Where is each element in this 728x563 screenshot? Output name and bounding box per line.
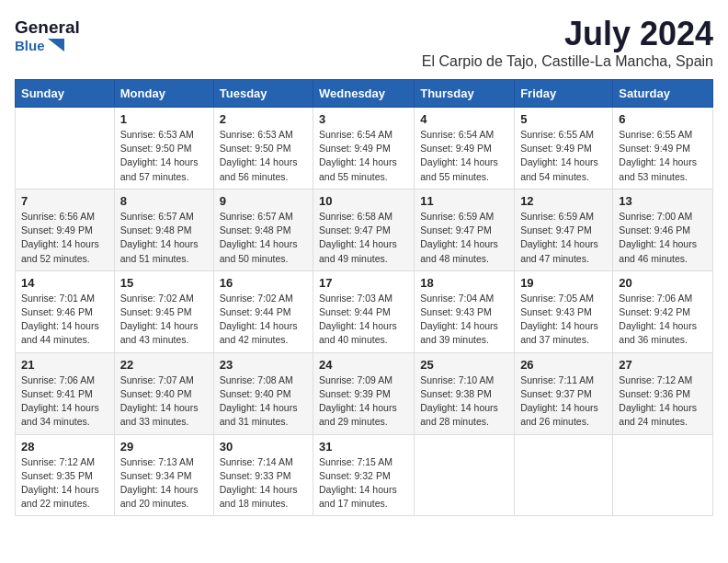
day-info: Sunrise: 7:02 AMSunset: 9:44 PMDaylight:… bbox=[220, 292, 307, 348]
day-number: 2 bbox=[220, 112, 307, 126]
calendar-cell: 10Sunrise: 6:58 AMSunset: 9:47 PMDayligh… bbox=[313, 189, 415, 270]
calendar-cell bbox=[415, 434, 515, 516]
weekday-header: Saturday bbox=[613, 80, 713, 108]
day-number: 18 bbox=[420, 276, 508, 290]
location-title: El Carpio de Tajo, Castille-La Mancha, S… bbox=[422, 53, 713, 70]
day-number: 16 bbox=[220, 276, 307, 290]
calendar-cell: 14Sunrise: 7:01 AMSunset: 9:46 PMDayligh… bbox=[16, 270, 115, 352]
calendar-cell: 21Sunrise: 7:06 AMSunset: 9:41 PMDayligh… bbox=[16, 352, 115, 434]
day-number: 5 bbox=[520, 112, 607, 126]
day-number: 1 bbox=[120, 112, 208, 126]
calendar-cell: 6Sunrise: 6:55 AMSunset: 9:49 PMDaylight… bbox=[613, 108, 713, 190]
day-number: 22 bbox=[120, 358, 208, 372]
logo-blue-row: Blue bbox=[15, 38, 64, 53]
day-info: Sunrise: 7:04 AMSunset: 9:43 PMDaylight:… bbox=[420, 292, 508, 348]
calendar-cell: 11Sunrise: 6:59 AMSunset: 9:47 PMDayligh… bbox=[415, 189, 515, 270]
calendar-cell: 13Sunrise: 7:00 AMSunset: 9:46 PMDayligh… bbox=[613, 189, 713, 270]
weekday-header: Wednesday bbox=[313, 80, 415, 108]
day-info: Sunrise: 7:13 AMSunset: 9:34 PMDaylight:… bbox=[120, 455, 208, 511]
day-info: Sunrise: 7:08 AMSunset: 9:40 PMDaylight:… bbox=[220, 373, 307, 430]
calendar-cell: 19Sunrise: 7:05 AMSunset: 9:43 PMDayligh… bbox=[515, 270, 613, 352]
logo-wrapper: General Blue bbox=[15, 15, 80, 53]
title-section: July 2024 El Carpio de Tajo, Castille-La… bbox=[422, 15, 713, 70]
day-number: 3 bbox=[319, 112, 408, 126]
day-number: 19 bbox=[520, 276, 607, 290]
calendar-header-row: SundayMondayTuesdayWednesdayThursdayFrid… bbox=[16, 80, 713, 108]
day-info: Sunrise: 7:11 AMSunset: 9:37 PMDaylight:… bbox=[520, 373, 607, 430]
calendar-cell: 9Sunrise: 6:57 AMSunset: 9:48 PMDaylight… bbox=[213, 189, 313, 270]
weekday-header: Friday bbox=[515, 80, 613, 108]
day-info: Sunrise: 7:12 AMSunset: 9:35 PMDaylight:… bbox=[21, 455, 108, 511]
day-number: 28 bbox=[21, 440, 108, 454]
logo-general-text: General bbox=[15, 18, 80, 38]
calendar-cell: 17Sunrise: 7:03 AMSunset: 9:44 PMDayligh… bbox=[313, 270, 415, 352]
calendar-cell: 24Sunrise: 7:09 AMSunset: 9:39 PMDayligh… bbox=[313, 352, 415, 434]
day-number: 12 bbox=[520, 194, 607, 208]
calendar-cell bbox=[613, 434, 713, 516]
calendar-cell bbox=[16, 108, 115, 190]
calendar-cell: 26Sunrise: 7:11 AMSunset: 9:37 PMDayligh… bbox=[515, 352, 613, 434]
month-title: July 2024 bbox=[422, 15, 713, 53]
day-number: 6 bbox=[619, 112, 707, 126]
calendar-week-row: 1Sunrise: 6:53 AMSunset: 9:50 PMDaylight… bbox=[16, 108, 713, 190]
calendar-cell: 16Sunrise: 7:02 AMSunset: 9:44 PMDayligh… bbox=[213, 270, 313, 352]
day-number: 10 bbox=[319, 194, 408, 208]
day-number: 26 bbox=[520, 358, 607, 372]
day-info: Sunrise: 6:53 AMSunset: 9:50 PMDaylight:… bbox=[220, 128, 307, 184]
calendar-cell: 1Sunrise: 6:53 AMSunset: 9:50 PMDaylight… bbox=[114, 108, 213, 190]
day-number: 11 bbox=[420, 194, 508, 208]
calendar-cell: 7Sunrise: 6:56 AMSunset: 9:49 PMDaylight… bbox=[16, 189, 115, 270]
day-info: Sunrise: 7:09 AMSunset: 9:39 PMDaylight:… bbox=[319, 373, 408, 430]
day-number: 9 bbox=[220, 194, 307, 208]
weekday-header: Monday bbox=[114, 80, 213, 108]
calendar-cell: 4Sunrise: 6:54 AMSunset: 9:49 PMDaylight… bbox=[415, 108, 515, 190]
day-info: Sunrise: 7:05 AMSunset: 9:43 PMDaylight:… bbox=[520, 292, 607, 348]
calendar-cell: 31Sunrise: 7:15 AMSunset: 9:32 PMDayligh… bbox=[313, 434, 415, 516]
day-info: Sunrise: 7:12 AMSunset: 9:36 PMDaylight:… bbox=[619, 373, 707, 430]
calendar-week-row: 21Sunrise: 7:06 AMSunset: 9:41 PMDayligh… bbox=[16, 352, 713, 434]
day-info: Sunrise: 7:00 AMSunset: 9:46 PMDaylight:… bbox=[619, 210, 707, 266]
day-number: 7 bbox=[21, 194, 108, 208]
calendar-cell: 30Sunrise: 7:14 AMSunset: 9:33 PMDayligh… bbox=[213, 434, 313, 516]
calendar-cell: 27Sunrise: 7:12 AMSunset: 9:36 PMDayligh… bbox=[613, 352, 713, 434]
day-number: 25 bbox=[420, 358, 508, 372]
day-number: 23 bbox=[220, 358, 307, 372]
day-number: 4 bbox=[420, 112, 508, 126]
day-info: Sunrise: 7:01 AMSunset: 9:46 PMDaylight:… bbox=[21, 292, 108, 348]
day-info: Sunrise: 6:59 AMSunset: 9:47 PMDaylight:… bbox=[420, 210, 508, 266]
day-info: Sunrise: 7:07 AMSunset: 9:40 PMDaylight:… bbox=[120, 373, 208, 430]
day-info: Sunrise: 6:53 AMSunset: 9:50 PMDaylight:… bbox=[120, 128, 208, 184]
day-number: 30 bbox=[220, 440, 307, 454]
day-info: Sunrise: 6:54 AMSunset: 9:49 PMDaylight:… bbox=[319, 128, 408, 184]
day-info: Sunrise: 6:55 AMSunset: 9:49 PMDaylight:… bbox=[619, 128, 707, 184]
day-number: 27 bbox=[619, 358, 707, 372]
calendar-cell: 3Sunrise: 6:54 AMSunset: 9:49 PMDaylight… bbox=[313, 108, 415, 190]
day-info: Sunrise: 6:54 AMSunset: 9:49 PMDaylight:… bbox=[420, 128, 508, 184]
calendar-cell bbox=[515, 434, 613, 516]
calendar-week-row: 28Sunrise: 7:12 AMSunset: 9:35 PMDayligh… bbox=[16, 434, 713, 516]
day-info: Sunrise: 7:06 AMSunset: 9:42 PMDaylight:… bbox=[619, 292, 707, 348]
calendar-cell: 29Sunrise: 7:13 AMSunset: 9:34 PMDayligh… bbox=[114, 434, 213, 516]
day-number: 8 bbox=[120, 194, 208, 208]
day-info: Sunrise: 6:57 AMSunset: 9:48 PMDaylight:… bbox=[120, 210, 208, 266]
calendar-cell: 23Sunrise: 7:08 AMSunset: 9:40 PMDayligh… bbox=[213, 352, 313, 434]
day-info: Sunrise: 6:56 AMSunset: 9:49 PMDaylight:… bbox=[21, 210, 108, 266]
day-number: 17 bbox=[319, 276, 408, 290]
day-info: Sunrise: 7:02 AMSunset: 9:45 PMDaylight:… bbox=[120, 292, 208, 348]
day-info: Sunrise: 7:03 AMSunset: 9:44 PMDaylight:… bbox=[319, 292, 408, 348]
calendar-cell: 2Sunrise: 6:53 AMSunset: 9:50 PMDaylight… bbox=[213, 108, 313, 190]
day-info: Sunrise: 7:15 AMSunset: 9:32 PMDaylight:… bbox=[319, 455, 408, 511]
weekday-header: Tuesday bbox=[213, 80, 313, 108]
calendar-table: SundayMondayTuesdayWednesdayThursdayFrid… bbox=[15, 79, 713, 516]
day-info: Sunrise: 6:57 AMSunset: 9:48 PMDaylight:… bbox=[220, 210, 307, 266]
day-number: 31 bbox=[319, 440, 408, 454]
calendar-cell: 15Sunrise: 7:02 AMSunset: 9:45 PMDayligh… bbox=[114, 270, 213, 352]
day-number: 21 bbox=[21, 358, 108, 372]
calendar-week-row: 7Sunrise: 6:56 AMSunset: 9:49 PMDaylight… bbox=[16, 189, 713, 270]
svg-marker-0 bbox=[48, 39, 64, 52]
day-info: Sunrise: 7:14 AMSunset: 9:33 PMDaylight:… bbox=[220, 455, 307, 511]
day-number: 14 bbox=[21, 276, 108, 290]
logo-blue-text: Blue bbox=[15, 38, 45, 53]
day-info: Sunrise: 6:55 AMSunset: 9:49 PMDaylight:… bbox=[520, 128, 607, 184]
weekday-header: Thursday bbox=[415, 80, 515, 108]
